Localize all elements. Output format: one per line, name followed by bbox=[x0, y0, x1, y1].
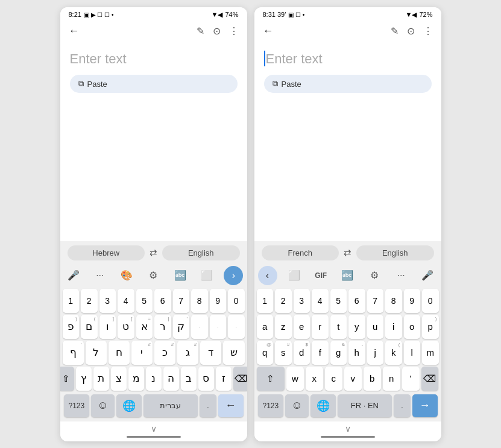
key-blank2-left[interactable]: · bbox=[210, 315, 227, 339]
more-icon-right[interactable]: ⋮ bbox=[423, 25, 433, 37]
gif-label-right[interactable]: GIF bbox=[311, 266, 330, 285]
translate-icon-left[interactable]: 🔤 bbox=[171, 266, 190, 285]
key-q-right[interactable]: q@ bbox=[257, 341, 274, 365]
dots-icon-left[interactable]: ··· bbox=[90, 266, 110, 285]
key-nun-left[interactable]: נ bbox=[146, 367, 162, 391]
key-0-right[interactable]: 0 bbox=[422, 289, 439, 313]
key-4-right[interactable]: 4 bbox=[312, 289, 329, 313]
chevron-down-right[interactable]: ∨ bbox=[345, 424, 351, 434]
key-s-right[interactable]: s# bbox=[275, 341, 292, 365]
key-mem2-left[interactable]: מ bbox=[128, 367, 144, 391]
key-p-right[interactable]: p) bbox=[422, 315, 439, 339]
key-samek-left[interactable]: ס bbox=[198, 367, 214, 391]
key-r-right[interactable]: r bbox=[312, 315, 329, 339]
key-y-right[interactable]: y bbox=[348, 315, 365, 339]
chevron-down-left[interactable]: ∨ bbox=[151, 424, 157, 434]
mic-icon-left[interactable]: 🎤 bbox=[64, 266, 83, 285]
key-e-right[interactable]: e bbox=[294, 315, 310, 339]
key-apostrophe-right[interactable]: ' bbox=[402, 367, 420, 391]
key-j-right[interactable]: j bbox=[367, 341, 384, 365]
key-lamed-left[interactable]: ל bbox=[86, 341, 107, 365]
key-shift-right[interactable]: ⇧ bbox=[257, 367, 285, 391]
emoji-key-left[interactable]: ☺ bbox=[91, 394, 114, 417]
history-icon-left[interactable]: ⊙ bbox=[213, 25, 221, 37]
key-pe-left[interactable]: פ) bbox=[63, 315, 80, 339]
key-shin-left[interactable]: ש bbox=[223, 341, 244, 365]
key-backspace-left[interactable]: ⌫ bbox=[233, 367, 247, 391]
globe-key-left[interactable]: 🌐 bbox=[116, 394, 142, 417]
key-h-right[interactable]: h- bbox=[348, 341, 365, 365]
num-key-left[interactable]: ?123 bbox=[64, 394, 90, 417]
space-key-right[interactable]: FR · EN bbox=[338, 394, 392, 417]
lang-french[interactable]: French bbox=[262, 245, 339, 260]
key-4-left[interactable]: 4 bbox=[118, 289, 134, 313]
key-tet-left[interactable]: ט[ bbox=[118, 315, 134, 339]
lang-english-left[interactable]: English bbox=[162, 245, 240, 260]
key-fe-left[interactable]: ף' bbox=[63, 341, 84, 365]
settings-icon-left[interactable]: ⚙ bbox=[143, 266, 163, 285]
key-mem-left[interactable]: ם( bbox=[81, 315, 98, 339]
key-zayin-left[interactable]: ז bbox=[216, 367, 232, 391]
key-3-right[interactable]: 3 bbox=[294, 289, 310, 313]
key-0-left[interactable]: 0 bbox=[228, 289, 245, 313]
settings-icon-right[interactable]: ⚙ bbox=[365, 266, 384, 285]
key-resh-left[interactable]: ר| bbox=[154, 315, 171, 339]
key-f-right[interactable]: f bbox=[312, 341, 329, 365]
gif-frame-icon-right[interactable]: ⬜ bbox=[285, 266, 304, 285]
key-7-right[interactable]: 7 bbox=[367, 289, 384, 313]
key-shift-left[interactable]: ⇧ bbox=[60, 367, 74, 391]
key-1-right[interactable]: 1 bbox=[257, 289, 274, 313]
key-vav-left[interactable]: ו] bbox=[99, 315, 116, 339]
key-m-right[interactable]: m bbox=[422, 341, 439, 365]
key-l-right[interactable]: l bbox=[404, 341, 421, 365]
key-gimel-left[interactable]: ג# bbox=[177, 341, 198, 365]
key-x-right[interactable]: x bbox=[306, 367, 323, 391]
key-d-right[interactable]: d$ bbox=[294, 341, 310, 365]
more-icon-left[interactable]: ⋮ bbox=[229, 25, 239, 37]
key-u-right[interactable]: u bbox=[367, 315, 384, 339]
key-6-left[interactable]: 6 bbox=[154, 289, 171, 313]
key-a-right[interactable]: a bbox=[257, 315, 274, 339]
action-key-left[interactable]: ← bbox=[218, 394, 244, 417]
emoji-key-right[interactable]: ☺ bbox=[285, 394, 308, 417]
back-button-left[interactable]: ← bbox=[69, 25, 80, 37]
lang-hebrew[interactable]: Hebrew bbox=[68, 245, 145, 260]
key-5-left[interactable]: 5 bbox=[136, 289, 153, 313]
lang-switch-icon-left[interactable]: ⇄ bbox=[150, 247, 157, 258]
globe-key-right[interactable]: 🌐 bbox=[310, 394, 336, 417]
key-1-left[interactable]: 1 bbox=[63, 289, 80, 313]
key-g-right[interactable]: g& bbox=[330, 341, 347, 365]
mic-icon-right[interactable]: 🎤 bbox=[418, 266, 437, 285]
key-het-left[interactable]: ח bbox=[109, 341, 130, 365]
key-t-right[interactable]: t bbox=[330, 315, 347, 339]
key-6-right[interactable]: 6 bbox=[348, 289, 365, 313]
key-blank3-left[interactable]: · bbox=[228, 315, 245, 339]
key-dalet-left[interactable]: ד bbox=[200, 341, 221, 365]
key-c-right[interactable]: c bbox=[325, 367, 342, 391]
key-tav-left[interactable]: ת bbox=[93, 367, 109, 391]
key-he-left[interactable]: ה bbox=[163, 367, 179, 391]
back-button-right[interactable]: ← bbox=[263, 25, 274, 37]
key-alef-left[interactable]: א= bbox=[136, 315, 153, 339]
edit-icon-right[interactable]: ✎ bbox=[391, 25, 399, 37]
edit-icon-left[interactable]: ✎ bbox=[197, 25, 204, 37]
prev-icon-right[interactable]: ‹ bbox=[258, 266, 277, 285]
next-icon-left[interactable]: › bbox=[224, 266, 243, 285]
key-9-left[interactable]: 9 bbox=[210, 289, 227, 313]
period-key-right[interactable]: . bbox=[394, 394, 410, 417]
key-kaf-left[interactable]: כ# bbox=[154, 341, 175, 365]
key-blank1-left[interactable]: · bbox=[191, 315, 208, 339]
key-w-right[interactable]: w bbox=[286, 367, 304, 391]
key-8-left[interactable]: 8 bbox=[191, 289, 208, 313]
key-z-right[interactable]: z bbox=[275, 315, 292, 339]
key-5-right[interactable]: 5 bbox=[330, 289, 347, 313]
num-key-right[interactable]: ?123 bbox=[258, 394, 284, 417]
key-2-right[interactable]: 2 bbox=[275, 289, 292, 313]
key-k-right[interactable]: k( bbox=[385, 341, 402, 365]
key-2-left[interactable]: 2 bbox=[81, 289, 98, 313]
paste-button-left[interactable]: ⧉ Paste bbox=[70, 75, 238, 93]
key-o-right[interactable]: o bbox=[404, 315, 421, 339]
lang-switch-icon-right[interactable]: ⇄ bbox=[344, 247, 351, 258]
dots-icon-right[interactable]: ··· bbox=[391, 266, 411, 285]
key-qof-left[interactable]: ק' bbox=[173, 315, 190, 339]
